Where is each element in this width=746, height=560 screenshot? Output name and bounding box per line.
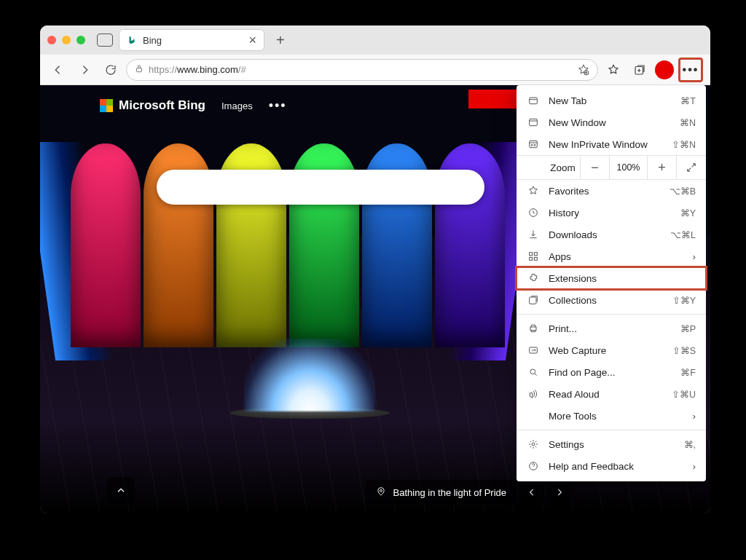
new-tab-button[interactable]: + xyxy=(270,32,291,49)
location-icon xyxy=(376,486,386,499)
menu-web-capture[interactable]: Web Capture ⇧⌘S xyxy=(517,339,706,361)
add-favorite-button[interactable] xyxy=(577,63,590,76)
svg-rect-6 xyxy=(530,141,538,147)
address-bar[interactable]: https://www.bing.com/# xyxy=(126,59,598,81)
menu-find[interactable]: Find on Page... ⌘F xyxy=(517,361,706,383)
print-icon xyxy=(527,323,540,334)
svg-rect-15 xyxy=(530,327,536,331)
url-text: https://www.bing.com/# xyxy=(149,64,573,75)
bing-logo[interactable]: Microsoft Bing xyxy=(100,98,205,113)
read-aloud-icon xyxy=(527,388,540,400)
svg-rect-4 xyxy=(530,98,538,104)
tab-title: Bing xyxy=(143,35,243,46)
download-icon xyxy=(527,229,540,240)
menu-apps[interactable]: Apps › xyxy=(517,245,706,267)
menu-more-tools[interactable]: More Tools › xyxy=(517,405,706,427)
tabs-overview-button[interactable] xyxy=(97,33,113,47)
zoom-label: Zoom xyxy=(517,156,581,179)
svg-rect-0 xyxy=(137,68,142,71)
titlebar: Bing × + xyxy=(40,25,710,55)
web-capture-icon xyxy=(527,344,540,356)
star-icon xyxy=(527,185,540,197)
browser-tab[interactable]: Bing × xyxy=(119,29,264,51)
svg-rect-10 xyxy=(530,253,533,256)
help-icon xyxy=(527,460,540,472)
zoom-in-button[interactable]: + xyxy=(648,156,677,179)
svg-point-8 xyxy=(534,144,535,146)
nav-images-link[interactable]: Images xyxy=(221,100,253,111)
menu-history[interactable]: History ⌘Y xyxy=(517,202,706,224)
inprivate-icon xyxy=(527,138,540,150)
window-icon xyxy=(527,117,540,128)
nav-more-icon[interactable]: ••• xyxy=(269,98,287,114)
svg-point-3 xyxy=(380,489,382,492)
menu-help[interactable]: Help and Feedback › xyxy=(517,455,706,477)
menu-favorites[interactable]: Favorites ⌥⌘B xyxy=(517,180,706,202)
tab-close-button[interactable]: × xyxy=(248,33,256,47)
menu-settings[interactable]: Settings ⌘, xyxy=(517,433,706,455)
minimize-window-button[interactable] xyxy=(62,36,71,44)
lock-icon xyxy=(134,63,144,76)
extension-icon xyxy=(527,272,540,284)
microsoft-logo-icon xyxy=(100,99,113,112)
menu-print[interactable]: Print... ⌘P xyxy=(517,318,706,339)
caption-text: Bathing in the light of Pride xyxy=(393,487,506,498)
svg-rect-12 xyxy=(530,257,533,260)
back-button[interactable] xyxy=(47,59,69,81)
bing-brand-text: Microsoft Bing xyxy=(119,98,205,113)
search-input[interactable] xyxy=(157,170,484,205)
maximize-window-button[interactable] xyxy=(76,36,85,44)
browser-window: Bing × + https://www.bing.com/# ••• xyxy=(40,25,710,513)
profile-button[interactable] xyxy=(655,60,674,79)
prev-image-button[interactable] xyxy=(519,480,544,505)
apps-icon xyxy=(527,251,540,262)
gear-icon xyxy=(527,438,540,450)
ellipsis-icon: ••• xyxy=(683,63,699,76)
window-controls xyxy=(47,36,85,44)
menu-new-window[interactable]: New Window ⌘N xyxy=(517,111,706,133)
svg-point-18 xyxy=(532,443,535,446)
tab-icon xyxy=(527,95,540,106)
zoom-out-button[interactable]: − xyxy=(581,156,610,179)
settings-and-more-button[interactable]: ••• xyxy=(678,58,703,82)
page-content: Microsoft Bing Images ••• Bathing in the… xyxy=(40,85,710,513)
app-menu: New Tab ⌘T New Window ⌘N New InPrivate W… xyxy=(517,85,706,481)
collections-button[interactable] xyxy=(629,59,651,81)
find-icon xyxy=(527,366,540,378)
bing-favicon xyxy=(127,35,137,45)
svg-point-7 xyxy=(531,144,533,146)
svg-rect-5 xyxy=(530,119,538,125)
scroll-up-button[interactable] xyxy=(107,477,135,505)
svg-point-17 xyxy=(530,369,535,374)
chevron-right-icon: › xyxy=(693,461,696,472)
close-window-button[interactable] xyxy=(47,36,56,44)
favorites-button[interactable] xyxy=(602,59,624,81)
menu-collections[interactable]: Collections ⇧⌘Y xyxy=(517,289,706,311)
menu-extensions[interactable]: Extensions xyxy=(517,267,706,289)
svg-rect-11 xyxy=(534,253,537,256)
signin-button[interactable] xyxy=(468,90,519,109)
refresh-button[interactable] xyxy=(100,59,122,81)
menu-downloads[interactable]: Downloads ⌥⌘L xyxy=(517,224,706,245)
image-caption[interactable]: Bathing in the light of Pride xyxy=(366,480,517,505)
svg-rect-14 xyxy=(530,297,536,304)
menu-zoom-row: Zoom − 100% + xyxy=(517,155,706,180)
chevron-right-icon: › xyxy=(693,411,696,422)
svg-rect-13 xyxy=(534,257,537,260)
menu-new-tab[interactable]: New Tab ⌘T xyxy=(517,90,706,111)
toolbar: https://www.bing.com/# ••• xyxy=(40,55,710,85)
fullscreen-button[interactable] xyxy=(677,156,706,179)
next-image-button[interactable] xyxy=(547,480,572,505)
zoom-value: 100% xyxy=(610,156,648,179)
menu-read-aloud[interactable]: Read Aloud ⇧⌘U xyxy=(517,383,706,405)
menu-new-inprivate[interactable]: New InPrivate Window ⇧⌘N xyxy=(517,133,706,155)
history-icon xyxy=(527,207,540,218)
forward-button[interactable] xyxy=(74,59,95,81)
chevron-right-icon: › xyxy=(693,251,696,262)
collections-icon xyxy=(527,294,540,306)
